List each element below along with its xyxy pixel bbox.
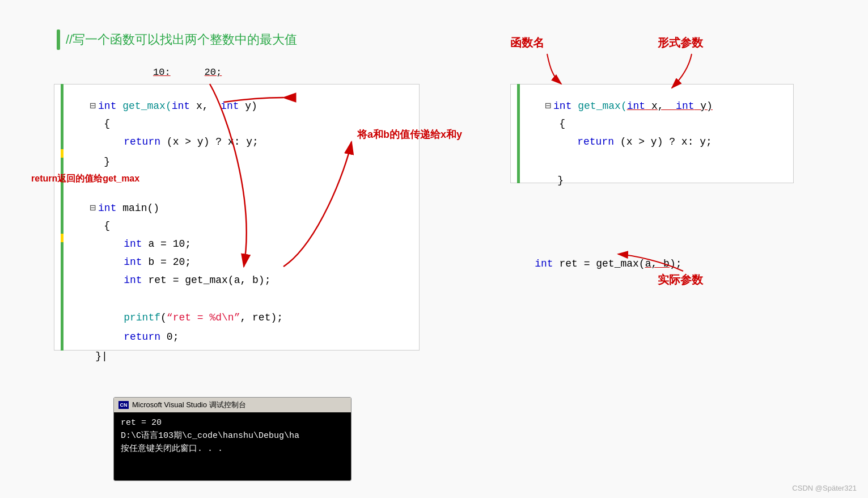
terminal-line-1: ret = 20: [121, 418, 344, 428]
terminal-icon: CN: [118, 401, 129, 409]
right-brace-close: }: [533, 163, 564, 197]
yellow-indicator-2: [61, 234, 63, 242]
main-fn: main(): [116, 202, 159, 214]
pass-label: 将a和b的值传递给x和y: [357, 128, 462, 141]
return-label: return返回的值给get_max: [31, 173, 139, 185]
csdn-watermark: CSDN @Später321: [792, 484, 857, 492]
int-ret-line: int ret = get_max(a, b);: [99, 263, 270, 297]
terminal-title-bar: CN Microsoft Visual Studio 调试控制台: [114, 398, 351, 412]
top-comment-section: //写一个函数可以找出两个整数中的最大值: [57, 29, 297, 50]
kw-int-3: int: [221, 100, 239, 112]
param2: y): [239, 100, 257, 112]
right-return: return (x > y) ? x: y;: [553, 125, 712, 159]
number-20: 20;: [205, 67, 222, 78]
numbers-above: 10: 20;: [153, 67, 222, 78]
return-0-line: return 0;: [99, 320, 179, 354]
brace-close-2: }|: [71, 339, 108, 373]
fn-name: get_max(: [116, 100, 171, 112]
green-accent-bar: [57, 29, 60, 50]
terminal-title: Microsoft Visual Studio 调试控制台: [132, 400, 246, 410]
right-green-1: [517, 84, 520, 118]
right-ret-line: int ret = get_max(a, b);: [510, 247, 681, 281]
terminal-window: CN Microsoft Visual Studio 调试控制台 ret = 2…: [113, 397, 352, 481]
page-container: //写一个函数可以找出两个整数中的最大值 10: 20; ⊟int get_ma…: [0, 0, 868, 498]
xingshi-label: 形式参数: [658, 35, 703, 50]
green-indicator-3: [61, 192, 63, 351]
terminal-line-2: D:\C语言103期\c_code\hanshu\Debug\ha: [121, 430, 344, 441]
yellow-indicator: [61, 149, 63, 158]
number-10: 10:: [153, 67, 171, 78]
terminal-body: ret = 20 D:\C语言103期\c_code\hanshu\Debug\…: [114, 412, 351, 480]
right-green-3: [517, 152, 520, 183]
kw-int-2: int: [172, 100, 190, 112]
comment-text: //写一个函数可以找出两个整数中的最大值: [66, 31, 297, 48]
right-green-2: [517, 118, 520, 152]
hanshu-label: 函数名: [510, 35, 544, 50]
green-indicator-1: [61, 84, 63, 149]
return-stmt: return (x > y) ? x: y;: [99, 125, 259, 159]
terminal-line-3: 按任意键关闭此窗口. . .: [121, 443, 344, 454]
shiji-label: 实际参数: [658, 272, 703, 288]
param1: x,: [190, 100, 221, 112]
